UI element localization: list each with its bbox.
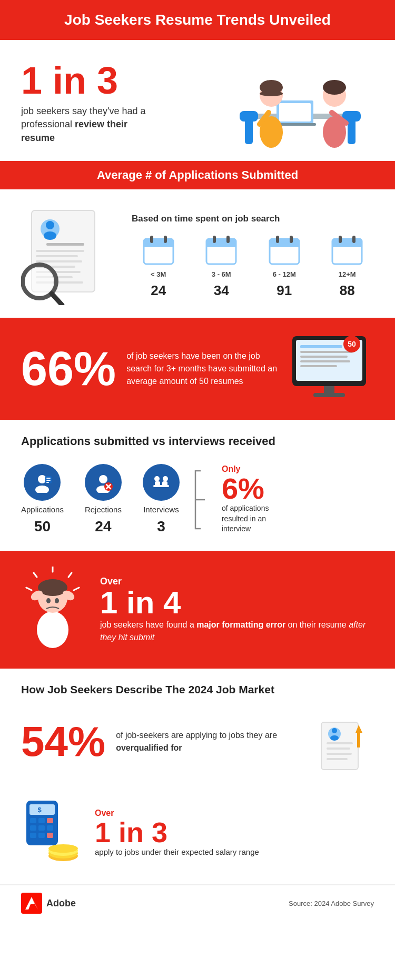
svg-line-89	[34, 573, 37, 577]
svg-line-91	[26, 588, 32, 590]
svg-point-13	[323, 80, 346, 95]
svg-text:50: 50	[348, 340, 356, 348]
interviews-icon	[143, 464, 180, 501]
svg-point-71	[99, 475, 107, 483]
only-desc: of applications resulted in an interview	[222, 503, 295, 534]
stat-1in4-content: Over 1 in 4 job seekers have found a maj…	[100, 576, 374, 644]
svg-rect-25	[36, 255, 78, 257]
svg-rect-24	[36, 250, 84, 252]
section-1in4: Over 1 in 4 job seekers have found a maj…	[0, 551, 395, 669]
svg-rect-46	[270, 244, 299, 247]
resume-up-illustration	[316, 706, 374, 777]
section-66: 66% of job seekers have been on the job …	[0, 318, 395, 420]
calendar-item-1: 3 - 6M 34	[205, 235, 237, 299]
svg-point-21	[46, 221, 54, 229]
period-value-2: 91	[276, 282, 292, 299]
svg-rect-79	[155, 481, 160, 487]
svg-rect-108	[47, 818, 53, 823]
svg-rect-107	[38, 818, 45, 823]
svg-point-9	[260, 91, 283, 96]
calendar-item-0: < 3M 24	[143, 235, 174, 299]
svg-text:$: $	[37, 806, 42, 814]
svg-point-76	[154, 476, 160, 481]
avg-apps-content: Based on time spent on job search < 3M 2…	[0, 189, 395, 318]
svg-rect-42	[213, 236, 216, 243]
stat-54-number: 54%	[21, 721, 105, 763]
stat-1in4-number: 1 in 4	[100, 587, 374, 619]
calendar-icon-0	[143, 235, 174, 266]
bracket-area	[190, 468, 206, 531]
calculator-illustration: $	[21, 798, 84, 868]
calendar-icon-3	[331, 235, 363, 266]
svg-point-22	[44, 231, 56, 240]
svg-rect-99	[327, 747, 350, 750]
section-salary: $ Over 1 in 3 apply to jobs under their …	[0, 793, 395, 884]
stat-1in3-number: 1 in 3	[21, 62, 226, 99]
svg-rect-53	[352, 236, 355, 243]
svg-rect-51	[332, 244, 362, 247]
svg-rect-58	[300, 356, 348, 358]
svg-rect-48	[290, 236, 293, 243]
svg-rect-110	[38, 825, 45, 831]
apps-vs-interviews-header: Applications submitted vs interviews rec…	[0, 420, 395, 453]
apps-value-2: 3	[157, 518, 165, 535]
svg-line-88	[68, 573, 72, 577]
svg-rect-57	[300, 351, 353, 353]
period-value-3: 88	[340, 282, 355, 299]
svg-rect-112	[30, 833, 36, 838]
svg-point-93	[55, 598, 59, 603]
svg-rect-80	[162, 481, 167, 487]
svg-rect-94	[321, 722, 358, 770]
adobe-logo-svg	[21, 893, 42, 914]
only-percent: 6%	[222, 474, 295, 503]
svg-rect-98	[327, 742, 353, 744]
adobe-wordmark: Adobe	[46, 898, 76, 909]
svg-rect-114	[47, 833, 53, 838]
stat-66-number: 66%	[21, 345, 116, 392]
svg-rect-23	[46, 243, 84, 246]
resume-svg	[21, 205, 105, 305]
svg-rect-15	[240, 111, 258, 122]
svg-line-90	[74, 588, 79, 590]
calendar-item-2: 6 - 12M 91	[269, 235, 300, 299]
svg-rect-64	[313, 393, 345, 397]
svg-point-96	[332, 728, 337, 733]
apps-item-0: Applications 50	[21, 464, 64, 535]
calendar-icon-2	[269, 235, 300, 266]
svg-point-32	[26, 268, 53, 295]
page-footer: Adobe Source: 2024 Adobe Survey	[0, 884, 395, 921]
svg-rect-47	[276, 236, 279, 243]
stat-54-row: 54% of job-seekers are applying to jobs …	[21, 706, 374, 777]
svg-point-82	[37, 611, 68, 648]
stat-salary-number: 1 in 3	[95, 818, 374, 846]
svg-rect-113	[38, 833, 45, 838]
svg-rect-38	[164, 236, 167, 243]
adobe-logo: Adobe	[21, 893, 76, 914]
svg-rect-69	[46, 480, 51, 481]
interview-svg	[229, 56, 371, 150]
resume-illustration	[21, 205, 116, 307]
apps-vs-interviews-content: Applications 50 Rejections 24	[0, 453, 395, 551]
svg-rect-105	[29, 804, 55, 815]
footer-source: Source: 2024 Adobe Survey	[289, 900, 374, 907]
svg-rect-16	[348, 118, 355, 144]
svg-point-97	[330, 735, 339, 741]
svg-point-65	[38, 475, 46, 483]
applications-icon	[24, 464, 61, 501]
period-label-3: 12+M	[339, 270, 356, 278]
section-1in3: 1 in 3 job seekers say they've had a pro…	[0, 40, 395, 161]
stat-66-text: of job seekers have been on the job sear…	[126, 350, 279, 388]
svg-rect-59	[300, 360, 350, 362]
svg-rect-111	[47, 825, 53, 831]
period-label-1: 3 - 6M	[212, 270, 231, 278]
only-6-section: Only 6% of applications resulted in an i…	[222, 464, 295, 534]
svg-rect-5	[279, 103, 311, 122]
avg-apps-title: Average # of Applications Submitted	[21, 168, 374, 182]
svg-rect-43	[226, 236, 230, 243]
svg-rect-103	[357, 732, 360, 747]
apps-label-0: Applications	[21, 505, 64, 514]
rejections-icon	[85, 464, 122, 501]
svg-rect-52	[339, 236, 342, 243]
svg-rect-101	[327, 758, 348, 760]
svg-rect-106	[30, 818, 36, 823]
